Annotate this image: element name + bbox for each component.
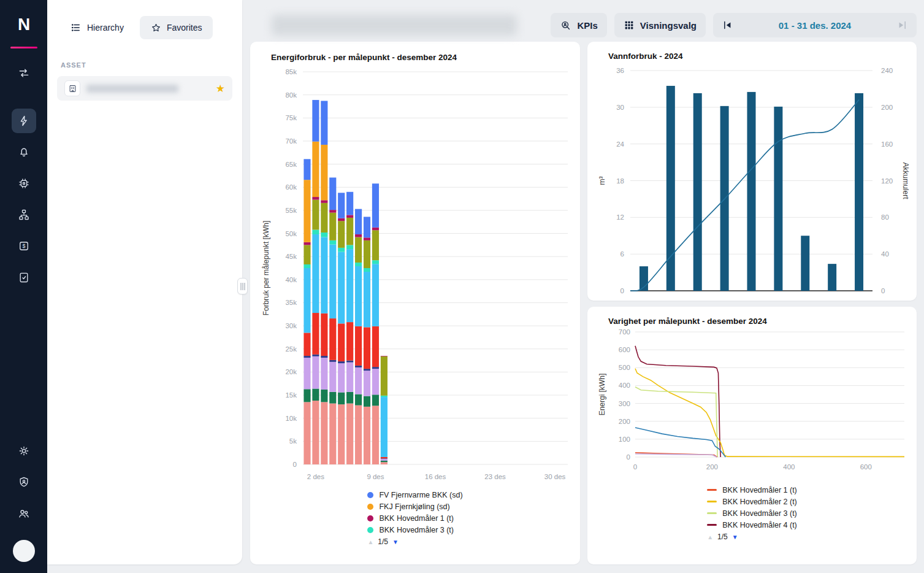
y-tick-label: 12	[616, 213, 624, 221]
x-tick-label: 200	[706, 463, 718, 471]
legend-marker	[707, 524, 717, 526]
page-down-icon[interactable]: ▼	[392, 539, 399, 545]
shield-account-icon[interactable]	[12, 470, 36, 494]
y-tick-label: 25k	[285, 345, 297, 353]
y-tick-label: 80k	[285, 91, 297, 99]
bar-segment	[321, 313, 327, 356]
legend-item: BKK Hovedmåler 1 (t)	[367, 512, 462, 524]
legend-label: BKK Hovedmåler 3 (t)	[722, 509, 797, 518]
notifications-bell-icon[interactable]	[12, 140, 36, 164]
y-tick-label: 300	[619, 400, 630, 407]
checklist-icon[interactable]	[12, 265, 36, 290]
bar-segment	[346, 249, 353, 322]
bar-segment	[304, 245, 310, 264]
bar-segment	[372, 394, 379, 406]
y-tick-label: 6	[620, 250, 624, 258]
bar-segment	[321, 203, 327, 233]
bar-segment	[381, 356, 388, 396]
bar-segment	[355, 366, 362, 367]
date-range-label[interactable]: 01 - 31 des. 2024	[733, 20, 896, 31]
topbar-controls: KPIs Visningsvalg 01 - 31 des. 2024	[551, 13, 917, 37]
bar-segment	[312, 230, 319, 235]
topbar: KPIs Visningsvalg 01 - 31 des. 2024	[250, 12, 917, 38]
x-tick-label: 0	[633, 463, 637, 471]
bar-segment	[355, 367, 362, 394]
y2-axis-label: Akkumulert	[901, 162, 910, 199]
y-tick-label: 85k	[285, 68, 297, 75]
bar-segment	[312, 355, 319, 356]
skip-previous-button[interactable]	[721, 19, 733, 31]
duration-chart: 01002003004005006007000200400600Energi […	[596, 327, 908, 482]
bar-segment	[321, 200, 327, 203]
bar-segment	[381, 457, 388, 458]
svg-text:$: $	[22, 243, 25, 249]
asset-list-item[interactable]: ★	[57, 76, 232, 101]
cumulative-line	[630, 99, 859, 291]
date-range-picker[interactable]: 01 - 31 des. 2024	[713, 13, 917, 37]
panel-resize-handle[interactable]	[237, 278, 248, 294]
bar-segment	[364, 371, 370, 396]
kpis-label: KPIs	[577, 20, 597, 31]
avatar[interactable]	[13, 540, 35, 562]
legend-label: BKK Hovedmåler 1 (t)	[722, 486, 797, 494]
energy-chart-card: Energiforbruk - per målepunkt - desember…	[250, 42, 580, 564]
bar-segment	[338, 221, 345, 248]
y-tick-label: 15k	[285, 391, 297, 399]
bar-segment	[321, 402, 327, 464]
y-tick-label: 20k	[285, 368, 297, 375]
panel-tabs: Hierarchy Favorites	[47, 0, 242, 39]
y-tick-label: 5k	[289, 437, 297, 445]
y-tick-label: 70k	[285, 137, 297, 145]
price-tag-icon[interactable]: $	[12, 234, 36, 258]
duration-pager-label: 1/5	[717, 533, 728, 541]
favorite-star-icon[interactable]: ★	[216, 83, 225, 94]
tab-favorites[interactable]: Favorites	[140, 16, 213, 39]
cpu-controller-icon[interactable]	[12, 171, 36, 196]
swap-panels-icon[interactable]	[12, 61, 36, 85]
bar-segment	[329, 210, 336, 213]
water-bar	[855, 93, 863, 291]
legend-item: BKK Hovedmåler 1 (t)	[707, 484, 797, 496]
tab-hierarchy[interactable]: Hierarchy	[59, 16, 135, 39]
page-down-icon[interactable]: ▼	[732, 534, 738, 540]
users-icon[interactable]	[12, 501, 36, 526]
energy-chart-title: Energiforbruk - per målepunkt - desember…	[259, 53, 571, 62]
bar-segment	[372, 369, 379, 394]
sidebar-bottom-group	[12, 439, 36, 573]
bar-segment	[329, 213, 336, 240]
page-up-icon[interactable]: ▲	[707, 534, 713, 540]
page-up-icon[interactable]: ▲	[367, 539, 373, 545]
bar-segment	[304, 402, 310, 464]
bar-segment	[346, 404, 353, 464]
energy-legend-pager: ▲ 1/5 ▼	[367, 537, 462, 546]
energy-chart: 05k10k15k20k25k30k35k40k45k50k55k60k65k7…	[259, 63, 571, 486]
water-chart: 06121824303604080120160200240m³Akkumuler…	[596, 62, 908, 298]
asset-section-label: ASSET	[47, 39, 242, 69]
bar-segment	[381, 462, 388, 464]
legend-marker	[367, 504, 373, 510]
bar-segment	[338, 323, 345, 361]
y-tick-label: 30k	[285, 322, 297, 329]
visningsvalg-button[interactable]: Visningsvalg	[614, 13, 706, 37]
kpis-button[interactable]: KPIs	[551, 13, 606, 37]
settings-gear-icon[interactable]	[12, 439, 36, 463]
y2-tick-label: 240	[881, 67, 893, 74]
main-area: KPIs Visningsvalg 01 - 31 des. 2024	[242, 0, 924, 573]
org-hierarchy-icon[interactable]	[12, 202, 36, 227]
energy-bolt-icon[interactable]	[12, 109, 36, 133]
bar-segment	[312, 142, 319, 197]
bar-segment	[372, 260, 379, 264]
bar-segment	[338, 218, 345, 221]
bar-segment	[304, 358, 310, 389]
bar-segment	[364, 396, 370, 407]
legend-item: FV Fjernvarme BKK (sd)	[367, 489, 462, 501]
y2-tick-label: 160	[881, 140, 893, 148]
app-logo: N	[18, 15, 29, 34]
x-tick-label: 23 des	[484, 473, 506, 480]
skip-next-button[interactable]	[896, 19, 909, 31]
legend-marker	[367, 492, 373, 498]
bar-segment	[372, 228, 379, 231]
bar-segment	[321, 101, 327, 145]
bar-segment	[329, 404, 336, 464]
bar-segment	[372, 367, 379, 369]
